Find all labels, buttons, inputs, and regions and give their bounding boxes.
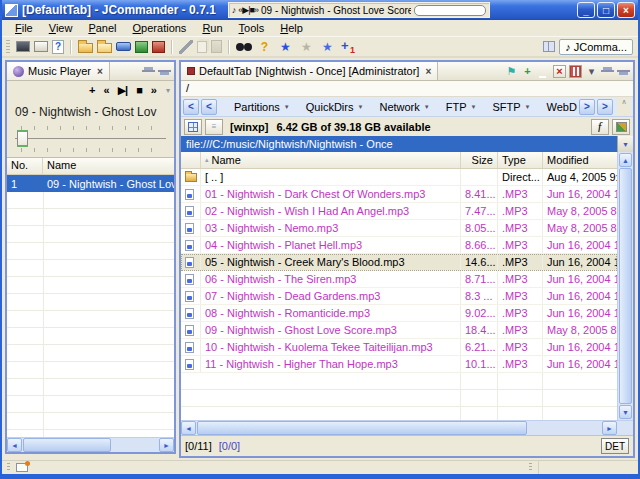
titlebar-player-play-button[interactable]: ▶| [242,5,249,15]
maximize-view-icon[interactable] [617,70,630,72]
view-menu-icon[interactable]: ▾ [166,86,170,95]
fast-view-icon[interactable] [16,463,28,472]
scrollbar-thumb[interactable] [197,421,527,435]
view-menu-icon[interactable]: ▾ [585,66,598,77]
scroll-right-icon[interactable]: > [579,99,595,115]
column-header-icon[interactable] [181,152,201,168]
stop-button[interactable]: ■ [136,84,142,97]
pin-icon[interactable]: ⚑ [505,66,518,77]
column-header-size[interactable]: Size [461,152,498,168]
11 - Nightwish - Higher Than Hope.mp3[interactable]: 11 - Nightwish - Higher Than Hope.mp3 10… [181,356,617,373]
open-folder-icon[interactable] [97,43,112,53]
pack-icon[interactable] [135,41,148,53]
unpack-icon[interactable] [152,41,165,53]
webdav-button[interactable]: WebDAV▼ [540,101,577,113]
minimize-view-icon[interactable] [142,70,155,72]
10 - Nightwish - Kuolema Tekee Taiteilijan.mp3[interactable]: 10 - Nightwish - Kuolema Tekee Taiteilij… [181,339,617,356]
drive-refresh-button[interactable]: ≡ [205,119,223,135]
menu-panel[interactable]: Panel [80,21,124,36]
volume-slider[interactable] [13,123,168,155]
bookmark-add-icon[interactable]: ★ [319,38,336,55]
close-icon[interactable]: × [425,66,431,77]
file-table-hscrollbar[interactable]: ◄ ► [181,420,633,435]
scroll-down-icon[interactable]: ▼ [619,405,632,419]
scroll-right-icon[interactable]: ► [159,438,174,452]
bookmark-gray-icon[interactable]: ★ [298,38,315,55]
playlist-hscrollbar[interactable]: ◄ ► [7,437,174,452]
titlebar-player-next-button[interactable]: » [254,5,258,15]
add-tab-icon[interactable]: + [521,66,534,77]
add-track-button[interactable]: + [89,84,94,97]
scroll-left-icon[interactable]: < [201,99,217,115]
filter-button[interactable]: ƒ [591,119,609,135]
find-icon[interactable] [236,42,252,52]
column-header-name[interactable]: Name [43,158,174,174]
scrollbar-thumb[interactable] [23,438,111,452]
menu-view[interactable]: View [41,21,81,36]
address-input[interactable]: file:///C:/music/Nightwish/Nightwish - O… [181,138,617,150]
drive-list-button[interactable] [184,119,202,135]
exit-icon[interactable] [16,41,30,52]
close-table-icon[interactable]: × [553,65,566,78]
tools-button[interactable] [612,119,630,135]
scroll-right-icon[interactable]: ► [602,421,617,435]
play-pause-button[interactable]: ▶| [118,84,128,97]
tab-music-player[interactable]: Music Player × [7,62,110,80]
column-header-no[interactable]: No. [7,158,43,174]
sftp-button[interactable]: SFTP▼ [485,101,537,113]
network-button[interactable]: Network▼ [372,101,436,113]
about-doc-icon[interactable]: ? [52,40,64,54]
04 - Nightwish - Planet Hell.mp3[interactable]: 04 - Nightwish - Planet Hell.mp3 8.66...… [181,237,617,254]
det-button[interactable]: DET [601,438,629,454]
tab-defaulttab[interactable]: DefaultTab [Nightwish - Once] [Administr… [181,62,438,80]
scroll-up-icon[interactable]: ▲ [619,153,632,167]
quickdirs-button[interactable]: QuickDirs▼ [299,101,371,113]
05 - Nightwish - Creek Mary's Blood.mp3[interactable]: 05 - Nightwish - Creek Mary's Blood.mp3 … [181,254,617,271]
next-track-button[interactable]: » [151,84,156,97]
plus-one-icon[interactable] [340,40,355,54]
09 - Nightwish - Ghost Love Score.mp3[interactable]: 09 - Nightwish - Ghost Love Score.mp3 18… [181,322,617,339]
previous-track-button[interactable]: « [104,84,109,97]
scroll-left-icon[interactable]: ◄ [7,438,22,452]
columns-icon[interactable] [569,65,582,78]
column-header-type[interactable]: Type [498,152,543,168]
menu-tools[interactable]: Tools [231,21,273,36]
06 - Nightwish - The Siren.mp3[interactable]: 06 - Nightwish - The Siren.mp3 8.71... .… [181,271,617,288]
minimize-button[interactable]: _ [577,2,595,18]
help-icon[interactable]: ? [256,38,273,55]
column-header-modified[interactable]: Modified [543,152,617,168]
01 - Nightwish - Dark Chest Of Wonders.mp3[interactable]: 01 - Nightwish - Dark Chest Of Wonders.m… [181,186,617,203]
collapse-icon[interactable]: ∧ [617,98,631,116]
console-icon[interactable] [34,41,48,52]
scrollbar-thumb[interactable] [619,168,632,404]
close-button[interactable]: × [617,2,635,18]
partitions-button[interactable]: Partitions▼ [227,101,297,113]
menu-help[interactable]: Help [272,21,311,36]
menu-operations[interactable]: Operations [125,21,195,36]
02 - Nightwish - Wish I Had An Angel.mp3[interactable]: 02 - Nightwish - Wish I Had An Angel.mp3… [181,203,617,220]
new-tab-icon[interactable] [78,43,93,53]
connect-icon[interactable] [116,42,131,51]
minimize-view-icon[interactable] [601,70,614,72]
03 - Nightwish - Nemo.mp3[interactable]: 03 - Nightwish - Nemo.mp3 8.05... .MP3 M… [181,220,617,237]
scroll-right-icon[interactable]: > [597,99,613,115]
08 - Nightwish - Romanticide.mp3[interactable]: 08 - Nightwish - Romanticide.mp3 9.02...… [181,305,617,322]
close-icon[interactable]: × [97,66,103,77]
maximize-button[interactable]: □ [597,2,615,18]
player-seek-slider[interactable] [414,5,486,16]
perspective-switcher-icon[interactable] [543,41,555,52]
menu-file[interactable]: File [7,21,41,36]
menu-run[interactable]: Run [194,21,230,36]
slider-thumb[interactable] [17,130,28,147]
scroll-left-icon[interactable]: ◄ [181,421,196,435]
column-header-name[interactable]: ▴Name [201,152,461,168]
paste-icon[interactable] [211,40,222,53]
file-table-vscrollbar[interactable]: ▲ ▼ [617,152,633,420]
maximize-view-icon[interactable] [158,70,171,72]
cut-icon[interactable] [179,40,193,54]
copy-icon[interactable] [197,41,207,53]
scroll-left-icon[interactable]: < [183,99,199,115]
bookmark-icon[interactable]: ★ [277,38,294,55]
[ .. ][interactable]: [ .. ] Direct... Aug 4, 2005 9:4... [181,169,617,186]
ftp-button[interactable]: FTP▼ [439,101,484,113]
